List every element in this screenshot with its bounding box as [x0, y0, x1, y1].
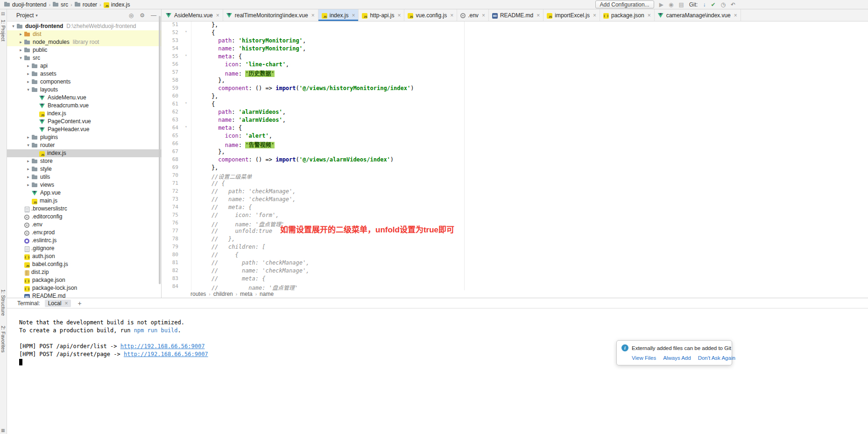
tree-item-api[interactable]: ▸api: [7, 62, 161, 70]
code-line[interactable]: 62 path: 'alarmVideos',: [162, 109, 868, 117]
code-line[interactable]: 63 name: 'alarmVideos',: [162, 117, 868, 125]
expand-arrow-icon[interactable]: ▸: [25, 62, 32, 70]
close-icon[interactable]: ×: [216, 12, 219, 19]
always-add-link[interactable]: Always Add: [663, 355, 691, 361]
tree-item-env-prod[interactable]: .env.prod: [7, 229, 161, 237]
tool-button-structure[interactable]: 1: Structure: [0, 289, 6, 316]
history-icon[interactable]: ◷: [720, 2, 725, 7]
collapse-arrow-icon[interactable]: ▾: [10, 22, 17, 30]
code-line[interactable]: 84 // name: '盘点管理': [162, 283, 868, 290]
expand-arrow-icon[interactable]: ▸: [17, 46, 24, 54]
code-line[interactable]: 51 },: [162, 21, 868, 29]
close-icon[interactable]: ×: [734, 12, 737, 19]
expand-arrow-icon[interactable]: ▸: [17, 30, 24, 38]
tree-item-dist-zip[interactable]: dist.zip: [7, 268, 161, 276]
close-icon[interactable]: ×: [482, 12, 485, 19]
code-line[interactable]: 55▾ meta: {: [162, 53, 868, 61]
terminal-output[interactable]: Note that the development build is not o…: [7, 308, 868, 434]
code-line[interactable]: 78 // },: [162, 236, 868, 244]
tree-item-components[interactable]: ▸components: [7, 78, 161, 86]
editor-tab-realtimemonitoring-index-vue[interactable]: realTimeMonitoring\index.vue×: [223, 9, 318, 21]
close-icon[interactable]: ×: [536, 12, 540, 19]
expand-arrow-icon[interactable]: ▸: [25, 157, 32, 165]
code-line[interactable]: 74 // meta: {: [162, 204, 868, 212]
tree-item-assets[interactable]: ▸assets: [7, 70, 161, 78]
code-line[interactable]: 73 // name: 'checkManage',: [162, 196, 868, 204]
tree-item-utils[interactable]: ▸utils: [7, 173, 161, 181]
tree-item-package-lock-json[interactable]: package-lock.json: [7, 284, 161, 292]
run-icon[interactable]: ▶: [659, 2, 663, 7]
breadcrumb-item-name[interactable]: name: [260, 291, 274, 297]
tree-item-eslintrc-js[interactable]: .eslintrc.js: [7, 237, 161, 245]
code-line[interactable]: 53 path: 'historyMonitoring',: [162, 37, 868, 45]
code-line[interactable]: 69 },: [162, 164, 868, 172]
expand-arrow-icon[interactable]: ▸: [25, 133, 32, 141]
collapse-arrow-icon[interactable]: ▾: [25, 86, 32, 94]
tree-item-browserslistrc[interactable]: .browserslistrc: [7, 205, 161, 213]
code-line[interactable]: 75 // icon: 'form',: [162, 212, 868, 220]
locate-file-icon[interactable]: ◎: [129, 13, 134, 18]
code-line[interactable]: 80 // {: [162, 252, 868, 259]
close-icon[interactable]: ×: [64, 300, 68, 307]
editor-tab-vue-config-js[interactable]: vue.config.js×: [404, 9, 457, 21]
tool-windows-toggle-icon[interactable]: ▦: [1, 428, 5, 433]
breadcrumb-item-router[interactable]: router: [73, 1, 99, 8]
fold-marker-icon[interactable]: ▾: [181, 101, 191, 109]
close-icon[interactable]: ×: [397, 12, 401, 19]
code-line[interactable]: 68 component: () => import('@/views/alar…: [162, 156, 868, 164]
code-line[interactable]: 57 name: '历史数据': [162, 69, 868, 77]
tree-item-dist[interactable]: ▸dist: [7, 30, 161, 38]
view-files-link[interactable]: View Files: [632, 355, 656, 361]
code-line[interactable]: 71 // {: [162, 180, 868, 188]
code-line[interactable]: 56 icon: 'line-chart',: [162, 61, 868, 69]
close-icon[interactable]: ×: [352, 12, 355, 19]
collapse-arrow-icon[interactable]: ▾: [25, 141, 32, 149]
terminal-link[interactable]: http://192.168.66.56:9007: [120, 343, 205, 350]
code-line[interactable]: 70 //设置二级菜单: [162, 172, 868, 180]
commit-icon[interactable]: ✔: [711, 2, 715, 7]
tree-item-main-js[interactable]: main.js: [7, 197, 161, 205]
don-t-ask-again-link[interactable]: Don't Ask Again: [698, 355, 735, 361]
code-line[interactable]: 77 // unfold:true: [162, 228, 868, 236]
hide-panel-icon[interactable]: —: [151, 13, 156, 18]
editor-tab-env[interactable]: .env×: [457, 9, 489, 21]
fold-marker-icon[interactable]: ▾: [181, 29, 191, 37]
tool-button-favorites[interactable]: 2: Favorites: [0, 326, 6, 352]
tree-item-breadcrumb-vue[interactable]: Breadcrumb.vue: [7, 102, 161, 110]
breadcrumb-item-index-js[interactable]: index.js: [102, 1, 132, 8]
code-line[interactable]: 54 name: 'historyMonitoring',: [162, 45, 868, 53]
tree-item-editorconfig[interactable]: .editorconfig: [7, 213, 161, 221]
tree-item-pagecontent-vue[interactable]: PageContent.vue: [7, 118, 161, 126]
scrollbar[interactable]: [159, 16, 161, 284]
rollback-icon[interactable]: ↶: [731, 2, 735, 7]
breadcrumb-item-routes[interactable]: routes: [191, 291, 206, 297]
coverage-icon[interactable]: ▤: [678, 2, 684, 7]
code-line[interactable]: 58 },: [162, 77, 868, 85]
editor-tab-readme-md[interactable]: README.md×: [489, 9, 543, 21]
code-line[interactable]: 79 // children: [: [162, 244, 868, 252]
editor-tab-package-json[interactable]: package.json×: [600, 9, 655, 21]
expand-arrow-icon[interactable]: ▸: [25, 165, 32, 173]
code-line[interactable]: 83 // meta: {: [162, 275, 868, 283]
tree-item-index-js[interactable]: index.js: [7, 149, 161, 157]
expand-arrow-icon[interactable]: ▸: [17, 38, 24, 46]
tree-item-asidemenu-vue[interactable]: AsideMenu.vue: [7, 94, 161, 102]
tree-item-views[interactable]: ▸views: [7, 181, 161, 189]
tree-item-index-js[interactable]: index.js: [7, 110, 161, 118]
code-line[interactable]: 82 // name: 'checkManage',: [162, 267, 868, 275]
editor-tab-importexcel-js[interactable]: importExcel.js×: [543, 9, 600, 21]
settings-icon[interactable]: ⚙: [140, 13, 145, 18]
editor-tab-asidemenu-vue[interactable]: AsideMenu.vue×: [162, 9, 223, 21]
tree-item-gitignore[interactable]: .gitignore: [7, 245, 161, 252]
tree-item-router[interactable]: ▾router: [7, 141, 161, 149]
tree-item-package-json[interactable]: package.json: [7, 276, 161, 284]
tree-item-pageheader-vue[interactable]: PageHeader.vue: [7, 126, 161, 133]
tree-item-src[interactable]: ▾src: [7, 54, 161, 62]
expand-arrow-icon[interactable]: ▸: [25, 70, 32, 78]
tree-item-auth-json[interactable]: auth.json: [7, 252, 161, 260]
collapse-arrow-icon[interactable]: ▾: [17, 54, 24, 62]
project-view-dropdown[interactable]: Project ▾: [16, 12, 38, 19]
code-line[interactable]: 76 // name: '盘点管理',: [162, 220, 868, 228]
tree-item-env[interactable]: .env: [7, 221, 161, 229]
breadcrumb-item-children[interactable]: children: [213, 291, 233, 297]
